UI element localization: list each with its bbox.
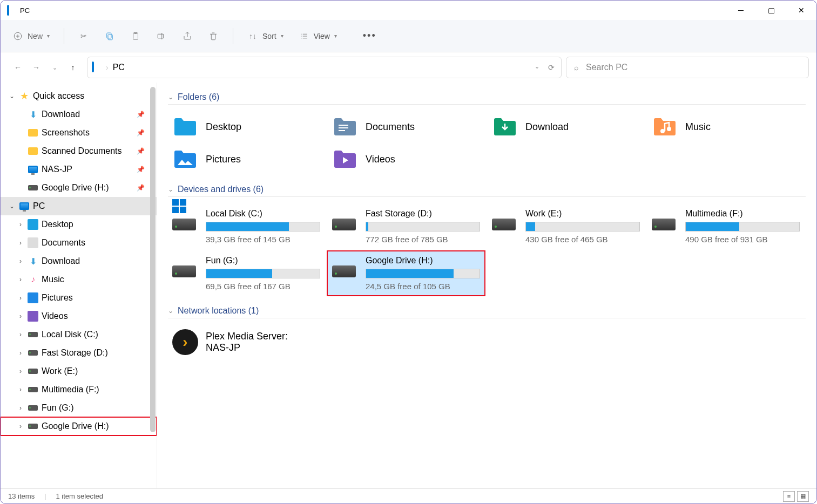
section-title: Devices and drives (6) — [178, 185, 264, 194]
paste-button[interactable] — [124, 26, 147, 46]
sidebar-item-pictures[interactable]: ›Pictures — [1, 289, 157, 307]
chevron-down-icon: ▾ — [334, 33, 337, 39]
section-folders[interactable]: ⌄ Folders (6) — [168, 92, 806, 105]
back-button[interactable]: ← — [11, 61, 24, 74]
section-drives[interactable]: ⌄ Devices and drives (6) — [168, 185, 806, 197]
drive-item[interactable]: Local Disk (C:) 39,3 GB free of 145 GB — [168, 205, 325, 248]
folder-item[interactable]: Pictures — [168, 145, 325, 174]
main-content: ⌄ Folders (6) DesktopDocumentsDownloadMu… — [157, 83, 816, 488]
pictures-icon — [28, 292, 38, 303]
folder-item[interactable]: Documents — [328, 112, 484, 141]
sidebar-item-desktop[interactable]: ›Desktop — [1, 215, 157, 234]
folder-item[interactable]: Download — [488, 112, 644, 141]
sidebar-pc[interactable]: ⌄ PC — [1, 197, 157, 215]
scrollbar[interactable] — [150, 87, 156, 432]
drive-item[interactable]: Fun (G:) 69,5 GB free of 167 GB — [168, 251, 325, 295]
statusbar: 13 items | 1 item selected ≡ ▦ — [1, 488, 816, 503]
svg-rect-7 — [158, 34, 164, 38]
chevron-right-icon: › — [17, 423, 24, 430]
sidebar-item-fun-g[interactable]: ›Fun (G:) — [1, 399, 157, 417]
up-button[interactable]: ↑ — [66, 61, 79, 74]
chevron-right-icon: › — [17, 294, 24, 302]
svg-rect-17 — [339, 127, 348, 128]
pc-icon — [92, 63, 102, 72]
drive-free: 490 GB free of 931 GB — [685, 235, 800, 244]
drive-name: Fast Storage (D:) — [366, 209, 480, 219]
search-bar[interactable]: ⌕ — [566, 57, 809, 78]
sidebar-item-gdrive-h[interactable]: ›Google Drive (H:) — [1, 417, 157, 435]
folder-name: Documents — [366, 121, 415, 133]
sidebar-item-scanned[interactable]: Scanned Documents📌 — [1, 142, 157, 160]
sidebar-item-work-e[interactable]: ›Work (E:) — [1, 362, 157, 380]
copy-button[interactable] — [98, 26, 121, 46]
download-icon: ⬇ — [28, 256, 38, 267]
folder-item[interactable]: Desktop — [168, 112, 325, 141]
sidebar-item-screenshots[interactable]: Screenshots📌 — [1, 124, 157, 142]
drive-item[interactable]: Fast Storage (D:) 772 GB free of 785 GB — [328, 205, 484, 248]
details-view-button[interactable]: ≡ — [783, 491, 795, 502]
folder-item[interactable]: Music — [647, 112, 804, 141]
chevron-down-icon: ⌄ — [168, 93, 173, 101]
network-item[interactable]: › Plex Media Server: NAS-JP — [168, 326, 806, 358]
rename-icon — [156, 31, 167, 42]
drive-item[interactable]: Google Drive (H:) 24,5 GB free of 105 GB — [328, 251, 484, 295]
icons-view-button[interactable]: ▦ — [797, 491, 809, 502]
chevron-right-icon: › — [17, 221, 24, 228]
refresh-button[interactable]: ⟳ — [548, 63, 555, 72]
chevron-down-icon[interactable]: ⌄ — [535, 63, 539, 72]
usage-bar — [685, 222, 800, 231]
drive-item[interactable]: Work (E:) 430 GB free of 465 GB — [488, 205, 644, 248]
sidebar-item-videos[interactable]: ›Videos — [1, 307, 157, 325]
monitor-icon — [28, 164, 38, 175]
plex-icon: › — [172, 329, 198, 355]
folder-name: Music — [685, 121, 711, 133]
drive-icon — [28, 348, 38, 358]
sidebar-item-download[interactable]: ›⬇Download — [1, 252, 157, 270]
minimize-button[interactable]: ─ — [726, 1, 756, 20]
delete-button[interactable] — [201, 26, 225, 46]
chevron-down-icon: ⌄ — [8, 92, 16, 100]
window-title: PC — [20, 6, 30, 15]
section-network[interactable]: ⌄ Network locations (1) — [168, 306, 806, 318]
drive-icon — [492, 209, 518, 230]
sidebar-item-local-c[interactable]: ›Local Disk (C:) — [1, 325, 157, 344]
sort-button[interactable]: ↑↓ Sort ▾ — [241, 26, 290, 46]
sidebar-item-fast-d[interactable]: ›Fast Storage (D:) — [1, 344, 157, 362]
usage-bar — [525, 222, 640, 231]
drive-name: Work (E:) — [525, 209, 640, 219]
share-button[interactable] — [175, 26, 199, 46]
svg-point-20 — [667, 127, 671, 131]
network-name: Plex Media Server: — [206, 331, 288, 342]
sidebar-item-gdrive-qa[interactable]: Google Drive (H:)📌 — [1, 179, 157, 197]
address-bar[interactable]: › PC ⌄ ⟳ — [87, 57, 562, 78]
svg-rect-4 — [107, 33, 111, 38]
sidebar-item-download[interactable]: ⬇Download📌 — [1, 105, 157, 124]
sidebar-item-music[interactable]: ›♪Music — [1, 270, 157, 289]
forward-button[interactable]: → — [30, 61, 43, 74]
drive-icon — [172, 209, 198, 230]
sidebar-item-nas[interactable]: NAS-JP📌 — [1, 160, 157, 179]
sidebar-item-multimedia-f[interactable]: ›Multimedia (F:) — [1, 380, 157, 399]
selection-count: 1 item selected — [56, 492, 103, 500]
more-icon: ••• — [363, 30, 376, 42]
folder-item[interactable]: Videos — [328, 145, 484, 174]
recent-dropdown[interactable]: ⌄ — [48, 61, 61, 74]
search-input[interactable] — [586, 63, 801, 72]
new-button[interactable]: New ▾ — [6, 26, 56, 46]
maximize-button[interactable]: ▢ — [756, 1, 786, 20]
more-button[interactable]: ••• — [356, 26, 383, 46]
chevron-down-icon: ⌄ — [8, 202, 16, 210]
sidebar-item-documents[interactable]: ›Documents — [1, 234, 157, 252]
view-button[interactable]: View ▾ — [292, 26, 343, 46]
sidebar-quick-access[interactable]: ⌄ ★ Quick access — [1, 87, 157, 105]
cut-button[interactable]: ✂ — [72, 26, 96, 46]
drive-icon — [28, 366, 38, 377]
folder-name: Download — [525, 121, 569, 133]
drive-item[interactable]: Multimedia (F:) 490 GB free of 931 GB — [647, 205, 804, 248]
rename-button[interactable] — [150, 26, 173, 46]
close-button[interactable]: ✕ — [786, 1, 816, 20]
chevron-down-icon: ⌄ — [168, 307, 173, 315]
drive-icon — [652, 209, 678, 230]
folder-name: Pictures — [206, 154, 241, 165]
folder-icon — [28, 127, 38, 138]
